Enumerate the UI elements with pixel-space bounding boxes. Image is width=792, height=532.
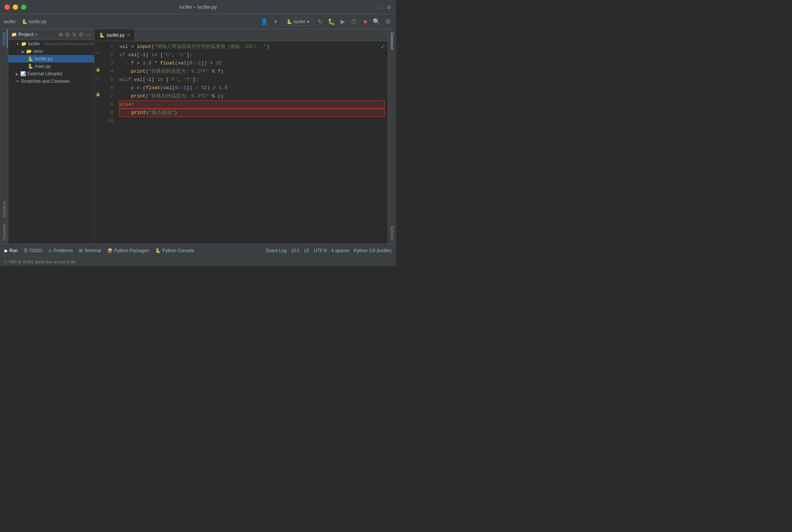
traffic-lights: [4, 4, 26, 10]
toolbar-right: 👤 ▾ 🐍 lucifer ▾ ↻ 🐛 ▶ ⏱ ■ 🔍 ⚙: [260, 17, 392, 26]
gutter-2: ⊖: [94, 49, 101, 58]
maximize-button[interactable]: [21, 4, 26, 10]
fold-marker-2[interactable]: ⊖: [97, 49, 99, 58]
settings-gear-icon[interactable]: ⚙: [383, 17, 392, 26]
line-numbers: 1 2 3 4 5 6 7 8 9 10: [101, 41, 116, 244]
root-folder-label: lucifer: [28, 41, 40, 46]
line-num-1: 1: [101, 43, 113, 51]
gutter-6: [94, 82, 101, 91]
line-num-9: 9: [101, 109, 113, 117]
code-line-8: else :: [119, 100, 385, 109]
todo-label: TODO: [29, 248, 42, 253]
gutter-10: [94, 115, 101, 124]
settings-icon[interactable]: ⚙: [387, 4, 392, 10]
new-file-icon[interactable]: ⊕: [58, 31, 63, 37]
debug-icon[interactable]: 🐛: [327, 17, 336, 26]
fold-marker-5[interactable]: ⊖: [97, 74, 99, 82]
sort-icon[interactable]: ⇅: [72, 31, 76, 37]
tree-item-main-py[interactable]: 🐍 main.py: [8, 63, 94, 70]
minimize-button[interactable]: [13, 4, 18, 10]
code-content[interactable]: val = input ( "请输入带温度表示符号的温度值（例如：32C）：" …: [116, 41, 388, 244]
editor-tab-lucifer[interactable]: 🐍 lucifer.py ✕: [94, 29, 135, 41]
venv-label: venv: [33, 49, 43, 54]
encoding[interactable]: UTF-8: [314, 248, 327, 253]
problems-label: Problems: [54, 248, 73, 253]
status-python-packages[interactable]: 📦 Python Packages: [107, 248, 149, 253]
stop-icon[interactable]: ■: [361, 17, 370, 26]
gutter-markers: ⊖ 🔒 ⊖ 🔒: [94, 41, 101, 244]
project-title[interactable]: 📁 Project ▾: [11, 32, 37, 37]
close-panel-icon[interactable]: —: [86, 31, 91, 37]
python-icon: 🐍: [286, 19, 292, 24]
python-version[interactable]: Python 3.9 (lucifer): [354, 248, 392, 253]
tree-item-scratches[interactable]: ✏ Scratches and Consoles: [8, 78, 94, 85]
venv-folder-icon: 📂: [26, 49, 32, 54]
coverage-icon[interactable]: ▶: [338, 17, 347, 26]
breakpoint-7[interactable]: 🔒: [96, 91, 100, 99]
chevron-down-icon: ▼: [16, 42, 20, 46]
sidebar-item-project[interactable]: Project: [0, 29, 8, 48]
sidebar-item-structure[interactable]: Structure: [1, 198, 8, 221]
lucifer-py-label: lucifer.py: [35, 56, 52, 61]
dropdown-arrow-icon[interactable]: ▾: [271, 17, 280, 26]
rerun-icon[interactable]: ↻: [316, 17, 325, 26]
breakpoint-4[interactable]: 🔒: [96, 66, 100, 74]
status-run[interactable]: ▶ Run: [4, 248, 18, 253]
python-file-icon-main: 🐍: [28, 64, 33, 69]
code-line-1: val = input ( "请输入带温度表示符号的温度值（例如：32C）：" …: [119, 43, 385, 51]
status-problems[interactable]: ⚠ Problems: [48, 248, 73, 253]
line-num-6: 6: [101, 84, 113, 92]
profile-button[interactable]: 🐍 lucifer ▾: [282, 18, 314, 26]
sidebar-item-database[interactable]: Database: [389, 29, 396, 53]
user-icon[interactable]: 👤: [260, 17, 269, 26]
profile-run-icon[interactable]: ⏱: [350, 17, 358, 26]
profile-dropdown-icon: ▾: [307, 19, 309, 24]
sidebar-item-sciview[interactable]: SciView: [389, 223, 396, 244]
tree-item-external-libs[interactable]: ▶ 📊 External Libraries: [8, 70, 94, 78]
project-header: 📁 Project ▾ ⊕ ⊟ ⇅ ⚙ —: [8, 29, 94, 40]
close-button[interactable]: [4, 4, 10, 10]
chevron-right-ext-icon: ▶: [16, 72, 19, 76]
right-sidebar: Database SciView: [388, 29, 396, 244]
breadcrumb: lucifer › 🐍 lucifer.py: [4, 19, 46, 24]
main-py-label: main.py: [35, 64, 51, 69]
sidebar-item-favorites[interactable]: Favorites: [1, 221, 8, 244]
line-separator[interactable]: LF: [304, 248, 309, 253]
code-line-9: print ( "输入错误" ): [119, 109, 385, 117]
settings-icon-project[interactable]: ⚙: [79, 31, 84, 37]
code-line-2: if val [-1] in [ 'C' , 'c' ]:: [119, 51, 385, 59]
project-dropdown-icon: ▾: [35, 33, 37, 37]
collapse-all-icon[interactable]: ⊟: [65, 31, 70, 37]
line-num-2: 2: [101, 51, 113, 59]
code-editor[interactable]: ⊖ 🔒 ⊖ 🔒 1 2 3: [94, 41, 388, 244]
run-icon: ▶: [4, 248, 8, 253]
scratches-label: Scratches and Consoles: [21, 79, 70, 84]
left-sidebar: Project Structure Favorites: [0, 29, 8, 244]
indent-setting[interactable]: 4 spaces: [331, 248, 349, 253]
bar-chart-icon: 📊: [20, 71, 26, 76]
status-python-console[interactable]: 🐍 Python Console: [155, 248, 194, 253]
event-log[interactable]: Event Log: [266, 248, 286, 253]
search-icon-toolbar[interactable]: 🔍: [372, 17, 381, 26]
tree-item-venv[interactable]: ▶ 📂 venv: [8, 48, 94, 55]
project-panel: 📁 Project ▾ ⊕ ⊟ ⇅ ⚙ — ▼ 📁 lucifer /Volum…: [8, 29, 94, 244]
gutter-8: [94, 99, 101, 107]
root-folder-icon: 📁: [21, 41, 27, 46]
search-icon[interactable]: ⌕: [380, 4, 383, 10]
tab-close-icon[interactable]: ✕: [127, 33, 130, 37]
validation-checkmark: ✓: [381, 43, 385, 51]
status-terminal[interactable]: ⊞ Terminal: [79, 248, 101, 253]
code-line-7: print ( "转换后的温度为: %.2fC" % c ): [119, 92, 385, 100]
breadcrumb-project[interactable]: lucifer: [4, 19, 16, 24]
python-console-label: Python Console: [162, 248, 194, 253]
breadcrumb-file[interactable]: 🐍 lucifer.py: [22, 19, 46, 24]
tree-item-lucifer-py[interactable]: 🐍 lucifer.py: [8, 55, 94, 63]
project-header-icons: ⊕ ⊟ ⇅ ⚙ —: [58, 31, 91, 37]
status-todo[interactable]: ☰ TODO: [24, 248, 42, 253]
title-bar: lucifer – lucifer.py ⌕ ⚙: [0, 0, 396, 14]
gutter-4: 🔒: [94, 66, 101, 74]
breadcrumb-filename: lucifer.py: [29, 19, 46, 24]
file-tree: ▼ 📁 lucifer /Volumes/DBA/python/lucifer …: [8, 40, 94, 244]
gutter-9: [94, 107, 101, 115]
tree-root-folder[interactable]: ▼ 📁 lucifer /Volumes/DBA/python/lucifer: [8, 40, 94, 48]
